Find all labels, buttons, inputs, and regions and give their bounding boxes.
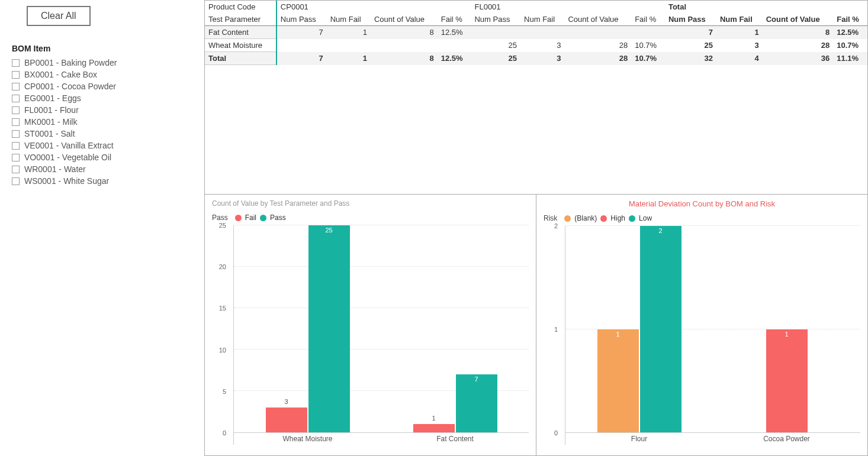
filter-item-label: BX0001 - Cake Box [24,70,97,79]
matrix-cell: 7 [277,26,327,39]
x-axis-label: Flour [565,435,713,443]
checkbox-icon [12,83,20,90]
checkbox-icon [12,166,20,173]
matrix-sub-col: Num Fail [520,13,564,26]
filter-item-label: CP0001 - Cocoa Powder [24,82,116,91]
bar-value-label: 25 [308,227,350,234]
checkbox-icon [12,154,20,161]
bar-group: 12 [565,226,713,432]
chart-count-by-parameter[interactable]: Count of Value by Test Parameter and Pas… [205,195,536,455]
chart-deviation-by-bom[interactable]: Material Deviation Count by BOM and Risk… [536,195,867,455]
bar-group: 1 [713,226,860,432]
bar-value-label: 3 [266,398,307,405]
bom-filter-item[interactable]: VO0001 - Vegetable Oil [12,151,192,163]
filter-item-label: MK0001 - Milk [24,117,77,127]
matrix-sub-col: Num Pass [665,13,716,26]
matrix-sub-col: Count of Value [371,13,438,26]
matrix-cell: 12.5% [438,26,471,39]
matrix-cell: 4 [716,52,763,65]
x-axis-label: Fat Content [381,435,529,443]
bom-filter-item[interactable]: MK0001 - Milk [12,116,192,128]
checkbox-icon [12,130,20,138]
filter-item-label: ST0001 - Salt [24,129,75,138]
bar-value-label: 1 [597,331,639,338]
matrix-cell [438,39,471,52]
matrix-cell: 1 [716,26,763,39]
chart2-legend: Risk (Blank) High Low [544,214,860,222]
matrix-sub-col: Num Pass [471,13,520,26]
matrix-sub-col: Fail % [833,13,867,26]
bar[interactable]: 3 [266,408,307,432]
filter-item-label: WR0001 - Water [24,164,86,174]
legend-swatch-high [600,215,607,222]
matrix-cell: 3 [716,39,763,52]
bar-group: 325 [234,225,381,432]
matrix-sub-col: Num Fail [716,13,763,26]
legend-swatch-pass [260,215,266,221]
filter-item-label: VE0001 - Vanilla Extract [24,141,114,150]
matrix-row-label: Fat Content [205,26,277,39]
matrix-cell: 36 [763,52,834,65]
matrix-cell: 25 [471,39,520,52]
matrix-cell: 28 [564,52,631,65]
matrix-row-header-top: Product Code [205,1,277,13]
bom-filter-item[interactable]: WR0001 - Water [12,163,192,175]
bar[interactable]: 1 [413,424,455,432]
matrix-cell [327,39,371,52]
matrix-visual[interactable]: Product CodeCP0001FL0001TotalTest Parame… [205,1,867,195]
matrix-cell [631,26,665,39]
legend-label-blank: (Blank) [574,214,597,222]
bom-filter-item[interactable]: CP0001 - Cocoa Powder [12,80,192,92]
matrix-total-label: Total [205,52,277,65]
legend-label-low: Low [639,214,652,222]
filter-item-label: EG0001 - Eggs [24,93,81,103]
filter-item-label: FL0001 - Flour [24,105,79,115]
bar[interactable]: 1 [597,329,639,433]
clear-all-button[interactable]: Clear All [27,6,91,26]
matrix-cell: 7 [277,52,327,65]
filter-sidebar: Clear All BOM Item BP0001 - Baking Powde… [0,0,204,456]
matrix-cell: 3 [520,39,564,52]
matrix-col-group: FL0001 [471,1,664,13]
bar-group: 17 [381,225,529,432]
matrix-row-label: Wheat Moisture [205,39,277,52]
bar[interactable]: 2 [640,226,681,432]
bar-value-label: 2 [640,227,681,234]
legend-swatch-blank [564,215,571,222]
bom-filter-item[interactable]: BP0001 - Baking Powder [12,57,192,69]
matrix-sub-col: Num Pass [277,13,327,26]
checkbox-icon [12,106,20,114]
matrix-sub-col: Fail % [631,13,665,26]
matrix-cell: 28 [564,39,631,52]
matrix-sub-col: Count of Value [763,13,834,26]
matrix-col-group: CP0001 [277,1,471,13]
matrix-cell: 1 [327,52,371,65]
filter-item-label: VO0001 - Vegetable Oil [24,153,111,162]
matrix-cell: 1 [327,26,371,39]
matrix-cell: 12.5% [438,52,471,65]
matrix-cell: 32 [665,52,716,65]
matrix-cell [371,39,438,52]
matrix-cell: 3 [520,52,564,65]
matrix-cell [564,26,631,39]
bom-filter-item[interactable]: VE0001 - Vanilla Extract [12,140,192,151]
bar[interactable]: 7 [456,374,497,432]
bom-filter-list: BP0001 - Baking Powder BX0001 - Cake Box… [12,57,192,187]
bom-filter-item[interactable]: EG0001 - Eggs [12,92,192,104]
legend-swatch-low [629,215,635,222]
bom-filter-item[interactable]: FL0001 - Flour [12,104,192,116]
x-axis-label: Wheat Moisture [234,435,381,443]
chart1-legend: Pass Fail Pass [212,214,529,222]
checkbox-icon [12,71,20,79]
bom-filter-item[interactable]: BX0001 - Cake Box [12,69,192,80]
chart2-title: Material Deviation Count by BOM and Risk [544,199,860,208]
checkbox-icon [12,142,20,150]
bom-filter-item[interactable]: WS0001 - White Sugar [12,175,192,187]
matrix-cell [471,26,520,39]
bom-filter-item[interactable]: ST0001 - Salt [12,128,192,140]
legend-swatch-fail [235,215,242,221]
matrix-cell: 28 [763,39,834,52]
bar-value-label: 7 [456,376,497,383]
bar[interactable]: 1 [766,329,808,433]
bar[interactable]: 25 [308,225,350,432]
